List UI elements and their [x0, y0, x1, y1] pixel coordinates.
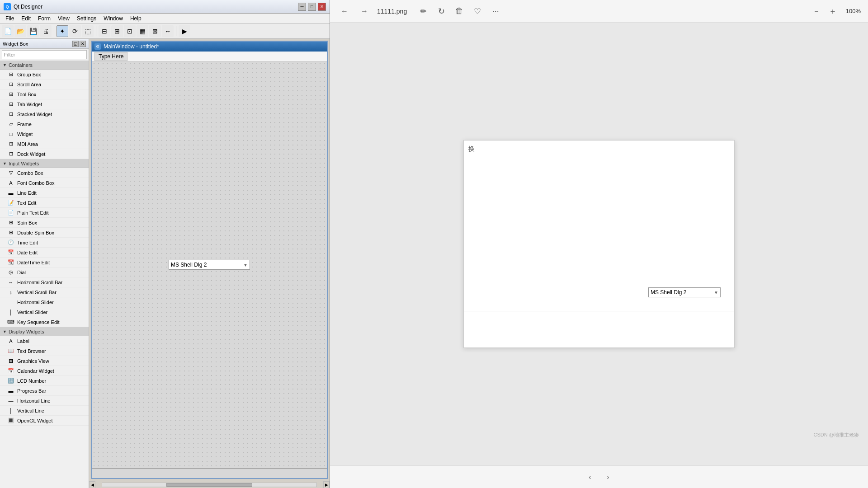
horizontal-scrollbar[interactable]: ◀ ▶	[89, 481, 330, 488]
viewer-favorite-button[interactable]: ♡	[470, 4, 485, 19]
widget-item-textedit[interactable]: 📝 Text Edit	[0, 198, 89, 208]
widget-item-vslider[interactable]: │ Vertical Slider	[0, 307, 89, 317]
groupbox-label: Group Box	[17, 72, 41, 77]
maximize-button[interactable]: □	[308, 3, 316, 11]
widget-box-title: Widget Box	[3, 41, 72, 47]
menu-view[interactable]: View	[54, 14, 73, 23]
widget-item-vline[interactable]: │ Vertical Line	[0, 406, 89, 416]
toolbar-layout-form[interactable]: ▦	[137, 25, 148, 37]
widget-item-hscrollbar[interactable]: ↔ Horizontal Scroll Bar	[0, 277, 89, 287]
menu-edit[interactable]: Edit	[18, 14, 34, 23]
preview-top: 换 MS Shell Dlg 2 ▼	[464, 141, 734, 311]
widget-item-dial[interactable]: ◎ Dial	[0, 267, 89, 277]
toolbar-layout-v[interactable]: ⊞	[111, 25, 123, 37]
vline-icon: │	[7, 407, 14, 414]
scroll-left[interactable]: ◀	[89, 481, 95, 488]
widget-item-scrollarea[interactable]: ⊡ Scroll Area	[0, 80, 89, 89]
widget-item-hslider[interactable]: — Horizontal Slider	[0, 297, 89, 307]
widget-item-doublespinbox[interactable]: ⊟ Double Spin Box	[0, 228, 89, 238]
widget-item-textbrowser[interactable]: 📖 Text Browser	[0, 346, 89, 356]
menu-file[interactable]: File	[2, 14, 18, 23]
section-containers-label: Containers	[9, 62, 33, 68]
widget-item-frame[interactable]: ▱ Frame	[0, 119, 89, 129]
toolbar-print[interactable]: 🖨	[40, 25, 52, 37]
preview-panel: 换 MS Shell Dlg 2 ▼	[463, 140, 735, 348]
graphicsview-label: Graphics View	[17, 358, 49, 364]
widget-item-timeedit[interactable]: 🕐 Time Edit	[0, 238, 89, 248]
minimize-button[interactable]: ─	[298, 3, 306, 11]
scroll-right[interactable]: ▶	[323, 481, 330, 488]
widget-item-lineedit[interactable]: ▬ Line Edit	[0, 188, 89, 198]
widget-item-toolbox[interactable]: ⊞ Tool Box	[0, 89, 89, 99]
viewer-prev-image[interactable]: ‹	[583, 470, 597, 484]
section-input-label: Input Widgets	[9, 161, 39, 166]
datetimeedit-icon: 📆	[7, 259, 14, 266]
widget-item-fontcombobox[interactable]: A Font Combo Box	[0, 178, 89, 188]
viewer-delete-button[interactable]: 🗑	[452, 4, 467, 19]
widget-item-lcdnumber[interactable]: 🔢 LCD Number	[0, 376, 89, 386]
qt-icon: Q	[4, 3, 11, 10]
widget-item-label[interactable]: A Label	[0, 336, 89, 346]
viewer-more-button[interactable]: ···	[488, 4, 503, 19]
section-display[interactable]: ▼ Display Widgets	[0, 327, 89, 336]
filter-input[interactable]	[2, 50, 87, 59]
toolbar-layout-grid[interactable]: ⊡	[124, 25, 136, 37]
section-display-label: Display Widgets	[9, 329, 44, 334]
widget-box-close[interactable]: ✕	[80, 41, 86, 47]
widget-item-dateedit[interactable]: 📅 Date Edit	[0, 248, 89, 258]
menu-window[interactable]: Window	[100, 14, 127, 23]
textbrowser-label: Text Browser	[17, 348, 46, 354]
tabwidget-icon: ⊟	[7, 101, 14, 108]
widget-item-mdiarea[interactable]: ⊞ MDI Area	[0, 139, 89, 149]
widget-item-stackedwidget[interactable]: ⊡ Stacked Widget	[0, 109, 89, 119]
viewer-next-image[interactable]: ›	[601, 470, 615, 484]
viewer-edit-button[interactable]: ✏	[416, 4, 430, 19]
toolbar-tab-order[interactable]: ⬚	[82, 25, 94, 37]
toolbar-preview[interactable]: ▶	[179, 25, 190, 37]
scroll-thumb-h[interactable]	[166, 483, 252, 487]
widget-item-widget[interactable]: □ Widget	[0, 129, 89, 139]
widget-item-progressbar[interactable]: ▬ Progress Bar	[0, 386, 89, 396]
widget-item-hline[interactable]: — Horizontal Line	[0, 396, 89, 406]
toolbar-connect[interactable]: ⟳	[69, 25, 81, 37]
widget-item-tabwidget[interactable]: ⊟ Tab Widget	[0, 99, 89, 109]
widget-item-groupbox[interactable]: ⊟ Group Box	[0, 70, 89, 80]
zoom-in-button[interactable]: ＋	[826, 5, 839, 18]
viewer-forward-button[interactable]: →	[357, 4, 372, 19]
zoom-out-button[interactable]: －	[810, 5, 823, 18]
widget-item-plaintextedit[interactable]: 📄 Plain Text Edit	[0, 208, 89, 218]
toolbar-edit-widgets[interactable]: ✦	[57, 25, 68, 37]
widget-item-graphicsview[interactable]: 🖼 Graphics View	[0, 356, 89, 366]
widget-item-datetimeedit[interactable]: 📆 Date/Time Edit	[0, 258, 89, 267]
widget-item-vscrollbar[interactable]: ↕ Vertical Scroll Bar	[0, 287, 89, 297]
toolbar-new[interactable]: 📄	[2, 25, 14, 37]
opengl-label: OpenGL Widget	[17, 418, 52, 423]
vslider-icon: │	[7, 309, 14, 316]
widget-box-float[interactable]: ◱	[72, 41, 79, 47]
fontcombobox-icon: A	[7, 179, 14, 187]
toolbar-open[interactable]: 📂	[14, 25, 26, 37]
viewer-rotate-button[interactable]: ↻	[434, 4, 448, 19]
mw-canvas[interactable]: MS Shell Dlg 2 ▼	[92, 61, 327, 468]
viewer-back-button[interactable]: ←	[337, 4, 352, 19]
preview-combobox: MS Shell Dlg 2 ▼	[648, 287, 721, 297]
widget-item-opengl[interactable]: 🔳 OpenGL Widget	[0, 416, 89, 426]
widget-item-spinbox[interactable]: ⊞ Spin Box	[0, 218, 89, 228]
section-input[interactable]: ▼ Input Widgets	[0, 159, 89, 168]
menu-help[interactable]: Help	[127, 14, 145, 23]
vscrollbar-label: Vertical Scroll Bar	[17, 290, 57, 295]
toolbar-adjust-size[interactable]: ↔	[162, 25, 174, 37]
toolbar-break-layout[interactable]: ⊠	[149, 25, 161, 37]
mw-menu-placeholder[interactable]: Type Here	[94, 52, 127, 61]
section-containers[interactable]: ▼ Containers	[0, 61, 89, 70]
font-combobox[interactable]: MS Shell Dlg 2 ▼	[169, 260, 250, 270]
toolbar-save[interactable]: 💾	[27, 25, 39, 37]
widget-item-dockwidget[interactable]: ⊡ Dock Widget	[0, 149, 89, 159]
menu-settings[interactable]: Settings	[73, 14, 100, 23]
widget-item-keyseq[interactable]: ⌨ Key Sequence Edit	[0, 317, 89, 327]
close-button[interactable]: ✕	[318, 3, 326, 11]
widget-item-combobox[interactable]: ▽ Combo Box	[0, 168, 89, 178]
widget-item-calendar[interactable]: 📅 Calendar Widget	[0, 366, 89, 376]
toolbar-layout-h[interactable]: ⊟	[99, 25, 110, 37]
menu-form[interactable]: Form	[34, 14, 54, 23]
